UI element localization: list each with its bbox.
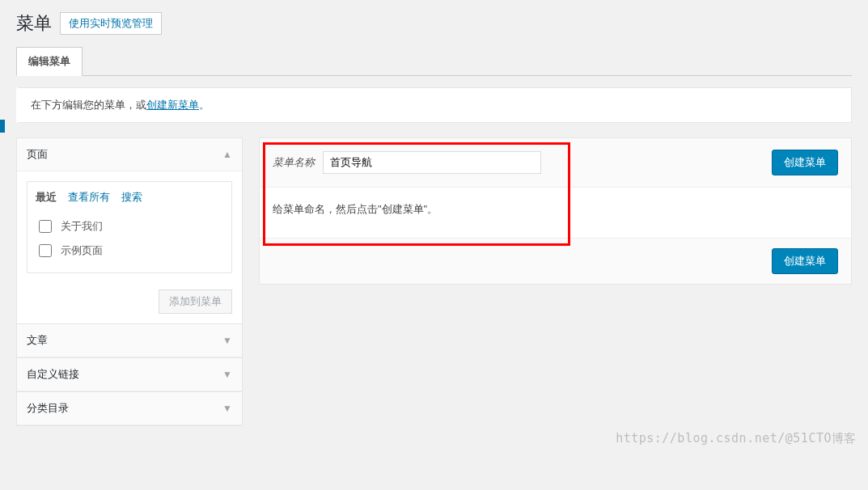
accordion-head-categories[interactable]: 分类目录 ▼ [17, 392, 242, 425]
caret-down-icon: ▼ [222, 335, 232, 346]
accordion-head-pages[interactable]: 页面 ▲ [17, 138, 242, 171]
accordion-head-posts[interactable]: 文章 ▼ [17, 324, 242, 357]
caret-down-icon: ▼ [222, 403, 232, 414]
page-checkbox[interactable] [39, 244, 52, 257]
accordion-title-pages: 页面 [27, 147, 48, 162]
accordion-title-categories: 分类目录 [27, 401, 69, 416]
accordion-head-links[interactable]: 自定义链接 ▼ [17, 358, 242, 391]
menu-name-label: 菜单名称 [273, 155, 315, 170]
accordion-links: 自定义链接 ▼ [16, 357, 243, 392]
caret-down-icon: ▼ [222, 369, 232, 380]
notice-text: 在下方编辑您的菜单，或 [31, 99, 146, 111]
subtab-search[interactable]: 搜索 [121, 190, 142, 205]
live-preview-button[interactable]: 使用实时预览管理 [60, 12, 162, 35]
menu-instruction-text: 给菜单命名，然后点击"创建菜单"。 [273, 203, 438, 215]
tab-bar: 编辑菜单 [16, 47, 852, 76]
notice-suffix: 。 [199, 99, 210, 111]
page-item-label: 示例页面 [61, 243, 103, 258]
caret-up-icon: ▲ [222, 149, 232, 160]
page-title: 菜单 [16, 11, 52, 36]
create-menu-button-bottom[interactable]: 创建菜单 [772, 248, 838, 274]
notice-bar: 在下方编辑您的菜单，或创建新菜单。 [16, 87, 852, 123]
accordion-title-links: 自定义链接 [27, 367, 79, 382]
menu-name-input[interactable] [323, 151, 541, 174]
accordion-title-posts: 文章 [27, 333, 48, 348]
tab-edit-menu[interactable]: 编辑菜单 [16, 47, 83, 76]
add-to-menu-button[interactable]: 添加到菜单 [159, 289, 232, 314]
accordion-pages: 页面 ▲ 最近 查看所有 搜索 关于我们 [16, 137, 243, 324]
accordion-posts: 文章 ▼ [16, 323, 243, 358]
page-checkbox[interactable] [39, 220, 52, 233]
create-menu-button-top[interactable]: 创建菜单 [772, 150, 838, 175]
page-item[interactable]: 关于我们 [36, 214, 223, 239]
page-item[interactable]: 示例页面 [36, 239, 223, 263]
create-new-menu-link[interactable]: 创建新菜单 [146, 99, 199, 111]
accordion-categories: 分类目录 ▼ [16, 391, 243, 426]
subtab-recent[interactable]: 最近 [36, 190, 57, 205]
menu-settings-panel: 菜单名称 创建菜单 给菜单命名，然后点击"创建菜单"。 创建菜单 [259, 137, 852, 285]
subtab-all[interactable]: 查看所有 [68, 190, 110, 205]
left-accent-marker [0, 120, 5, 133]
page-item-label: 关于我们 [61, 219, 103, 234]
